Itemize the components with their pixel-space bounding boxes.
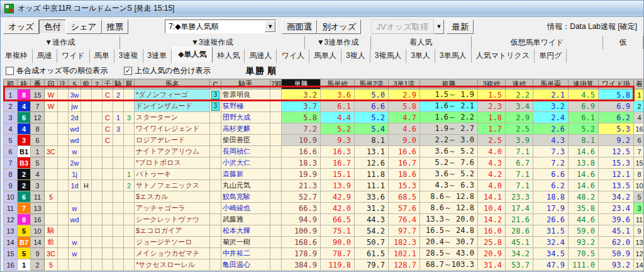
tab-馬連人[interactable]: 馬連人 [245,49,277,63]
header-cell-3単1流[interactable]: 3単1流 [389,79,420,89]
jockey-name-cell: 鮫島克駿 [221,191,270,203]
tab-人気マトリクス[interactable]: 人気マトリクス [472,49,535,63]
group-tab[interactable]: ▼連作成 [1,36,120,49]
header-cell-馬名[interactable]: 馬名 [135,79,210,89]
prev-rank-cell [270,123,282,135]
mark-cell-ki [113,146,124,157]
horse-row[interactable]: 106115$エスカル鮫島克駿52.742.933.668.58.6～ 12.8… [4,191,644,203]
horse-row[interactable]: 11713wアッチャゴーラ小崎綾也66.342.031.257.68.6～ 12… [4,203,644,214]
tab-枠人気[interactable]: 枠人気 [213,49,245,63]
tab-馬連[interactable]: 馬連 [33,49,57,63]
popularity-rank-cell: 6 [4,146,18,157]
horse-row[interactable]: 247Wjwドンインザムード3荻野極3.76.16.65.81.6～ 2.12.… [4,101,644,112]
header-cell-連掛算[interactable]: 連掛算 [569,79,599,89]
frame-number-cell: 2 [18,169,31,180]
rank-display-checkbox[interactable] [6,67,14,75]
header-cell-5[interactable]: 5 [69,79,81,89]
mark-cell-m5: wd [69,214,81,225]
horse-row[interactable]: 7B352w*プロトポロス小沢大仁18.316.712.616.75.2～ 7.… [4,157,644,169]
header-cell-7順[interactable]: 7順 [270,79,282,89]
header-cell-複勝[interactable]: 複勝 [420,79,478,89]
mark-cell-sen [103,237,113,248]
group-tab[interactable]: 着人気 [371,36,472,49]
header-cell-千[interactable]: 千 [103,79,113,89]
c-column-cell [210,203,221,214]
other-odds-button[interactable]: 別オッズ [317,20,361,34]
tab-3連複[interactable]: 3連複 [114,49,143,63]
horse-row[interactable]: 448wdC3ワイワイレジェンド高杉吏麒7.25.25.44.61.9～ 2.7… [4,123,644,135]
horse-row[interactable]: 13510騎$エコロガイア松本大輝100.975.154.297.716.5～ … [4,225,644,237]
header-cell-2[interactable]: 2 [92,79,103,89]
tab-ワイド[interactable]: ワイド [57,49,90,63]
tab-3単馬人[interactable]: 3単馬人 [435,49,472,63]
latest-button[interactable]: 最新 [447,20,474,34]
header-cell-馬単総[interactable]: 馬単総 [321,79,355,89]
horse-row[interactable]: 16125*サクセスローレル亀田温心384.9119.879.7128.768.… [4,259,644,271]
horse-number-cell: 13 [31,203,45,214]
screen-select-button[interactable]: 画面選 [282,20,317,34]
header-cell-印[interactable]: 印 [45,79,58,89]
tab-ワイ人[interactable]: ワイ人 [277,49,309,63]
mode-button[interactable]: 推票 [102,20,129,34]
header-cell-ワイド掛[interactable]: ワイド掛 [599,79,634,89]
mark-cell-sen: C [103,112,113,123]
tab-3複馬人[interactable]: 3複馬人 [370,49,407,63]
jv-dropdown-arrow-button[interactable]: ▼ [434,20,445,34]
c-column-cell [210,135,221,146]
header-cell-C[interactable]: C [210,79,221,89]
header-cell-3複総[interactable]: 3複総 [478,79,506,89]
mark-cell-in [45,157,58,169]
odds-cell-連掛算: 14.6 [569,146,599,157]
mode-button[interactable]: シェア [66,20,102,34]
group-tab[interactable]: 仮 [603,36,643,49]
odds-cell-3単1流: 18.6 [389,169,420,180]
chevron-down-icon[interactable]: ▼ [265,21,275,32]
horse-row[interactable]: 12816wdシークレットヴァウ武藤雅94.966.544.376.413.3～… [4,214,644,225]
tab-単円グ[interactable]: 単円グ [535,49,567,63]
horse-row[interactable]: 14B714前wジョージテソーロ菊沢一樹168.690.050.7182.320… [4,237,644,248]
odds-cell-馬単両: 4.3 [533,135,569,146]
tab-3複人[interactable]: 3複人 [341,49,370,63]
odds-cell-連掛算: 14.6 [569,169,599,180]
odds-cell-馬単総: 119.8 [321,259,355,271]
header-cell-馬単両[interactable]: 馬単両 [533,79,569,89]
horse-row[interactable]: 1815W3wC2*ダノンフィーゴ3菅原明良3.23.65.02.91.5～ 1… [4,89,644,101]
header-cell-単勝[interactable]: 単勝 [282,79,321,89]
color-coding-checkbox[interactable]: ✓ [124,67,132,75]
tab-3単人[interactable]: 3単人 [406,49,435,63]
horse-row[interactable]: 6B113Cwナイトアクアリウム長岡禎仁16.616.313.116.63.6～… [4,146,644,157]
finish-position-cell: 16 [634,123,644,135]
header-cell-注[interactable]: 注 [58,79,69,89]
header-cell-順[interactable]: 順 [4,79,18,89]
header-cell-馬単2流[interactable]: 馬単2流 [355,79,389,89]
header-cell-厩[interactable]: 厩 [124,79,135,89]
tab-馬単人[interactable]: 馬単人 [309,49,341,63]
header-cell-番[interactable]: 番 [31,79,45,89]
view-select-combobox[interactable]: 7:◆単勝人気順 ▼ [165,20,277,33]
header-cell-騎手[interactable]: 騎手 [221,79,270,89]
horse-row[interactable]: 15593Cwメイショウカゼマチ中井裕二178.978.761.5102.128… [4,248,644,259]
mark-cell-mae [81,248,92,259]
tab-馬単[interactable]: 馬単 [90,49,114,63]
group-tab[interactable]: ▼3連単作成 [305,36,371,49]
header-cell-着[interactable]: 着 [634,79,644,89]
mark-cell-m5: w [69,146,81,157]
header-cell-前[interactable]: 前 [81,79,92,89]
tab-3連単[interactable]: 3連単 [143,49,172,63]
horse-row[interactable]: 9231dH2サトノフェニックス丸山元気21.313.911.115.34.3～… [4,180,644,191]
tab-◆単人気[interactable]: ◆単人気 [172,47,213,63]
mode-button[interactable]: 色付 [39,20,66,34]
horse-row[interactable]: 536wdCロジアデレード柴田善臣10.99.38.19.02.2～ 3.02.… [4,135,644,146]
header-cell-連総[interactable]: 連総 [506,79,533,89]
mode-button[interactable]: オッズ [3,20,39,34]
odds-cell-単勝: 19.9 [282,169,321,180]
prev-rank-cell [270,112,282,123]
app-icon [4,4,14,13]
group-tab[interactable]: 仮想馬単ワイド [472,36,604,49]
tab-単複枠[interactable]: 単複枠 [1,49,33,63]
mark-cell-mae [81,259,92,271]
horse-row[interactable]: 36122dC13スターターン団野大成5.84.45.24.71.6～ 2.21… [4,112,644,123]
header-cell-騎[interactable]: 騎 [113,79,124,89]
horse-row[interactable]: 8241j1バトゥーキ斎藤新19.915.111.818.63.6～ 5.24.… [4,169,644,180]
header-cell-枠[interactable]: 枠 [18,79,31,89]
